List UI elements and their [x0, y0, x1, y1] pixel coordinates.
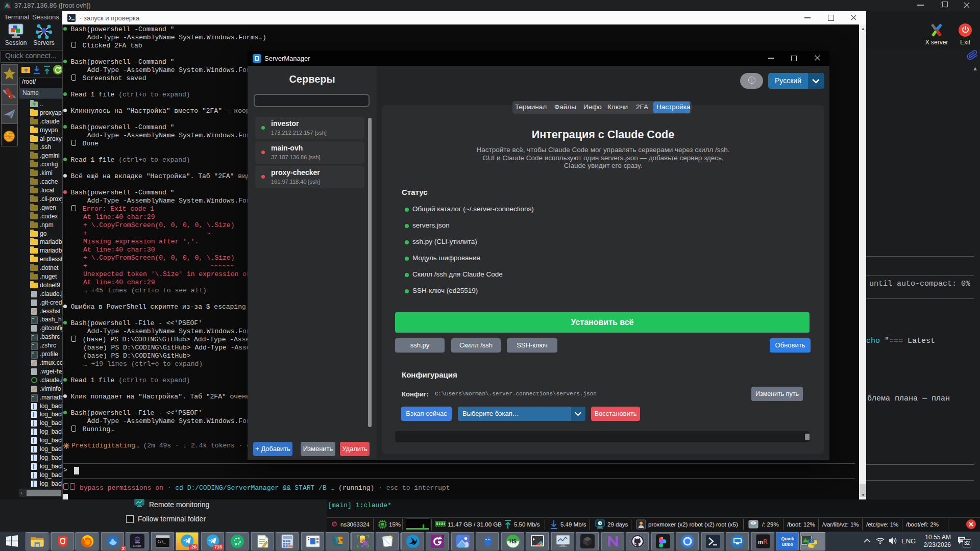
svg-text:Quick: Quick [781, 536, 794, 541]
svg-text:HS: HS [509, 539, 517, 544]
svg-text:utmo: utmo [782, 542, 793, 547]
svg-text:C:\_: C:\_ [157, 540, 166, 544]
svg-text:R: R [763, 538, 768, 545]
svg-text:m: m [758, 539, 763, 545]
svg-text:FRKRY: FRKRY [133, 544, 142, 547]
